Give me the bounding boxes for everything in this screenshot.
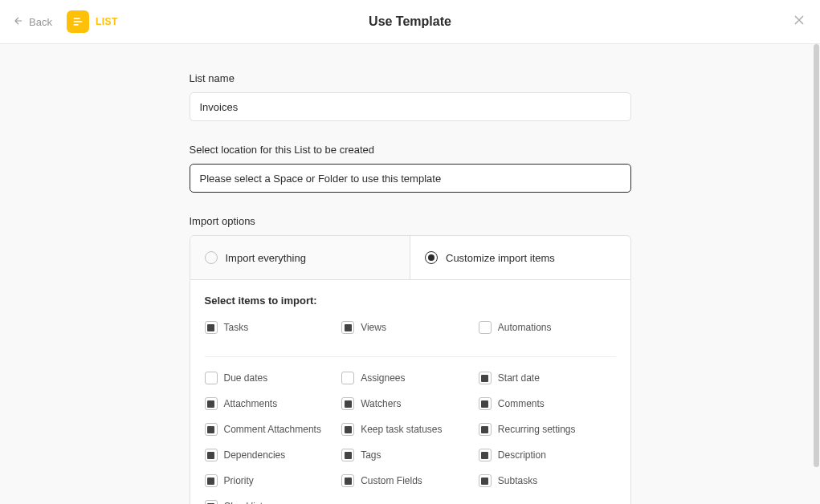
checkbox-icon [205,397,218,410]
import-item[interactable]: Assignees [341,372,479,384]
import-item[interactable]: Comment Attachments [205,423,342,436]
import-item-label: Automations [498,322,552,333]
svg-rect-2 [74,24,79,26]
import-item[interactable]: Custom Fields [341,474,479,487]
import-item[interactable]: Subtasks [479,474,616,487]
import-item-label: Dependencies [224,449,286,461]
checkbox-icon [341,372,354,384]
import-item-label: Tags [361,449,381,461]
scrollbar[interactable] [813,44,819,504]
import-item-label: Custom Fields [361,475,422,486]
import-item-label: Subtasks [498,475,537,486]
checkbox-icon [205,372,218,384]
import-item[interactable]: Comments [479,397,616,410]
import-items-title: Select items to import: [205,295,616,307]
import-item-label: Due dates [224,372,268,384]
import-item[interactable]: Description [479,449,616,461]
checkbox-icon [205,321,218,334]
modal-header: Back LIST Use Template [0,0,820,44]
svg-rect-1 [74,21,83,22]
checkbox-icon [341,397,354,410]
import-item-label: Views [361,322,386,333]
import-item-label: Watchers [361,398,401,409]
import-item-label: Tasks [224,322,249,333]
import-item-label: Start date [498,372,540,384]
list-name-label: List name [190,72,631,84]
page-title: Use Template [369,14,451,29]
import-options-group: Import options Import everything Customi… [190,215,631,504]
checkbox-icon [479,372,492,384]
import-item-label: Priority [224,475,254,486]
import-mode-customize-label: Customize import items [446,252,555,264]
location-label: Select location for this List to be crea… [190,144,631,156]
import-items-panel: Select items to import: TasksViewsAutoma… [190,280,631,504]
import-item-label: Comments [498,398,545,409]
import-options-label: Import options [190,215,631,227]
checkbox-icon [479,321,492,334]
import-item-label: Attachments [224,398,278,409]
location-placeholder: Please select a Space or Folder to use t… [200,173,442,185]
import-item-label: Assignees [361,372,405,384]
import-item[interactable]: Priority [205,474,342,487]
import-item-label: Checklists [224,501,268,504]
import-item[interactable]: Start date [479,372,616,384]
checkbox-icon [479,397,492,410]
checkbox-icon [341,423,354,436]
import-item[interactable]: Tags [341,449,479,461]
checkbox-icon [341,321,354,334]
import-item[interactable]: Tasks [205,321,342,334]
import-mode-everything-label: Import everything [226,252,306,264]
import-item[interactable]: Recurring settings [479,423,616,436]
radio-icon [425,251,438,264]
list-name-input[interactable] [190,92,631,121]
arrow-left-icon [13,15,24,29]
import-mode-everything[interactable]: Import everything [190,236,411,279]
import-item[interactable]: Dependencies [205,449,342,461]
checkbox-icon [479,449,492,461]
import-item[interactable]: Watchers [341,397,479,410]
import-item-label: Recurring settings [498,424,576,435]
import-item[interactable]: Automations [479,321,616,334]
import-item-label: Keep task statuses [361,424,442,435]
checkbox-icon [479,423,492,436]
svg-rect-0 [74,18,80,19]
import-mode-toggle: Import everything Customize import items [190,235,631,280]
checkbox-icon [205,474,218,487]
list-name-field-group: List name [190,72,631,121]
import-item-label: Description [498,449,546,461]
checkbox-icon [205,423,218,436]
close-icon [791,12,807,31]
import-items-secondary: Due datesAssigneesStart dateAttachmentsW… [205,372,616,504]
back-label: Back [29,16,52,28]
checkbox-icon [479,474,492,487]
import-item[interactable]: Due dates [205,372,342,384]
import-item[interactable]: Attachments [205,397,342,410]
checkbox-icon [205,449,218,461]
import-item-label: Comment Attachments [224,424,321,435]
back-button[interactable]: Back [13,15,52,29]
import-mode-customize[interactable]: Customize import items [410,236,630,279]
radio-icon [205,251,218,264]
location-field-group: Select location for this List to be crea… [190,144,631,193]
checkbox-icon [341,474,354,487]
scrollbar-thumb[interactable] [814,44,819,467]
content-area: List name Select location for this List … [0,44,820,504]
location-select[interactable]: Please select a Space or Folder to use t… [190,164,631,193]
checkbox-icon [205,500,218,504]
checkbox-icon [341,449,354,461]
template-type-badge: LIST [67,10,118,33]
import-item[interactable]: Keep task statuses [341,423,479,436]
import-item[interactable]: Views [341,321,479,334]
import-item[interactable]: Checklists [205,500,342,504]
close-button[interactable] [791,12,807,31]
import-items-primary: TasksViewsAutomations [205,321,616,357]
template-type-label: LIST [96,16,118,27]
list-icon [67,10,89,33]
